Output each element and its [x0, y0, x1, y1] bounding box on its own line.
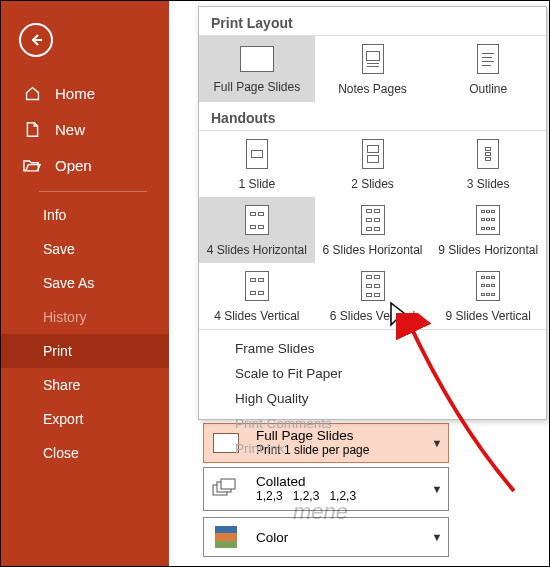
option-high-quality[interactable]: High Quality: [235, 386, 546, 411]
group-header-print-layout: Print Layout: [199, 7, 546, 36]
back-button[interactable]: [19, 23, 53, 57]
print-layout-row: Full Page Slides Notes Pages Outline: [199, 36, 546, 102]
open-icon: [23, 156, 41, 174]
option-outline[interactable]: Outline: [430, 36, 546, 102]
handout-9h-icon: [476, 205, 500, 235]
svg-rect-2: [221, 479, 235, 489]
option-notes-pages[interactable]: Notes Pages: [315, 36, 431, 102]
color-dropdown-text: Color: [248, 530, 426, 545]
popup-options: Frame Slides Scale to Fit Paper High Qua…: [199, 329, 546, 465]
outline-icon: [477, 44, 499, 74]
chevron-down-icon: ▼: [426, 483, 448, 495]
handout-3-icon: [477, 139, 499, 169]
collate-dropdown-text: Collated 1,2,3 1,2,3 1,2,3: [248, 474, 426, 504]
handout-9v-icon: [476, 271, 500, 301]
chevron-down-icon: ▼: [426, 531, 448, 543]
option-1-slide[interactable]: 1 Slide: [199, 131, 315, 197]
sidebar-item-history[interactable]: History: [1, 300, 169, 334]
option-full-page-slides[interactable]: Full Page Slides: [199, 36, 315, 102]
handout-1-icon: [246, 139, 268, 169]
handout-4v-icon: [245, 271, 269, 301]
sidebar-item-close[interactable]: Close: [1, 436, 169, 470]
group-header-handouts: Handouts: [199, 102, 546, 131]
sidebar-item-share[interactable]: Share: [1, 368, 169, 402]
handout-6v-icon: [361, 271, 385, 301]
sidebar-item-print[interactable]: Print: [1, 334, 169, 368]
handout-4h-icon: [245, 205, 269, 235]
sidebar-label-open: Open: [55, 157, 92, 174]
handouts-row-3: 4 Slides Vertical 6 Slides Vertical 9 Sl…: [199, 263, 546, 329]
sidebar-item-saveas[interactable]: Save As: [1, 266, 169, 300]
option-9-slides-horizontal[interactable]: 9 Slides Horizontal: [430, 197, 546, 263]
sidebar-item-export[interactable]: Export: [1, 402, 169, 436]
full-page-slides-icon: [240, 46, 274, 72]
new-icon: [23, 120, 41, 138]
color-dropdown[interactable]: Color ▼: [203, 517, 449, 557]
layout-popup: Print Layout Full Page Slides Notes Page…: [198, 6, 547, 420]
sidebar-label-home: Home: [55, 85, 95, 102]
option-3-slides[interactable]: 3 Slides: [430, 131, 546, 197]
sidebar-item-info[interactable]: Info: [1, 198, 169, 232]
color-icon: [204, 526, 248, 548]
option-4-slides-horizontal[interactable]: 4 Slides Horizontal: [199, 197, 315, 263]
option-4-slides-vertical[interactable]: 4 Slides Vertical: [199, 263, 315, 329]
sidebar-separator: [39, 191, 147, 192]
back-arrow-icon: [28, 32, 44, 48]
handout-6h-icon: [361, 205, 385, 235]
collated-icon: [204, 477, 248, 501]
backstage-sidebar: Home New Open Info Save Save As History …: [1, 1, 169, 566]
sidebar-item-open[interactable]: Open: [1, 147, 169, 183]
sidebar-item-new[interactable]: New: [1, 111, 169, 147]
handouts-row-1: 1 Slide 2 Slides 3 Slides: [199, 131, 546, 197]
option-print-comments: Print Comments: [235, 411, 546, 436]
sidebar-item-home[interactable]: Home: [1, 75, 169, 111]
collate-dropdown[interactable]: Collated 1,2,3 1,2,3 1,2,3 ▼: [203, 467, 449, 511]
option-6-slides-vertical[interactable]: 6 Slides Vertical: [315, 263, 431, 329]
option-print-ink: Print Ink: [235, 436, 546, 461]
sidebar-label-new: New: [55, 121, 85, 138]
option-frame-slides[interactable]: Frame Slides: [235, 336, 546, 361]
option-scale-to-fit[interactable]: Scale to Fit Paper: [235, 361, 546, 386]
option-9-slides-vertical[interactable]: 9 Slides Vertical: [430, 263, 546, 329]
home-icon: [23, 84, 41, 102]
handouts-row-2: 4 Slides Horizontal 6 Slides Horizontal …: [199, 197, 546, 263]
option-2-slides[interactable]: 2 Slides: [315, 131, 431, 197]
notes-pages-icon: [362, 44, 384, 74]
handout-2-icon: [362, 139, 384, 169]
option-6-slides-horizontal[interactable]: 6 Slides Horizontal: [315, 197, 431, 263]
sidebar-item-save[interactable]: Save: [1, 232, 169, 266]
